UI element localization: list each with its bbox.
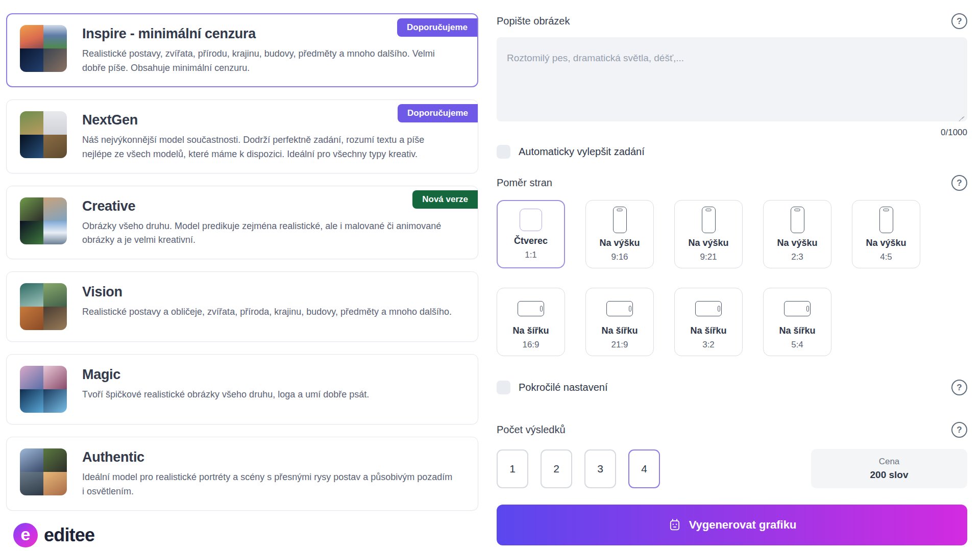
aspect-name: Na výšku (866, 238, 906, 248)
aspect-ratio: 1:1 (525, 250, 537, 260)
price-box: Cena 200 slov (811, 449, 967, 488)
thumb-quad (43, 283, 67, 307)
advanced-settings-label: Pokročilé nastavení (519, 382, 608, 393)
thumb-quad (43, 366, 67, 389)
square-icon (520, 209, 542, 231)
thumb-quad (43, 448, 67, 472)
phone-landscape-icon (784, 301, 811, 316)
aspect-option-9-21[interactable]: Na výšku 9:21 (674, 200, 743, 268)
thumb-quad (43, 472, 67, 495)
aspect-option-21-9[interactable]: Na šířku 21:9 (585, 288, 654, 356)
model-description: Realistické postavy a obličeje, zvířata,… (82, 305, 455, 319)
aspect-ratio: 4:5 (880, 252, 892, 262)
phone-landscape-icon (518, 301, 544, 316)
help-icon[interactable]: ? (951, 13, 967, 29)
thumb-quad (20, 366, 43, 389)
thumb-quad (43, 25, 67, 48)
phone-landscape-icon (606, 301, 633, 316)
aspect-option-5-4[interactable]: Na šířku 5:4 (763, 288, 831, 356)
thumb-quad (43, 111, 67, 135)
advanced-settings-row: Pokročilé nastavení ? (497, 380, 967, 395)
thumb-quad (20, 389, 43, 413)
model-card-nextgen[interactable]: NextGen Náš nejvýkonnější model součastn… (6, 99, 478, 173)
thumb-quad (43, 48, 67, 72)
results-label: Počet výsledků (497, 424, 566, 436)
phone-portrait-icon (702, 207, 716, 233)
phone-portrait-icon (791, 207, 804, 233)
model-description: Realistické postavy, zvířata, přírodu, k… (82, 47, 455, 76)
model-list: Inspire - minimální cenzura Realistické … (6, 13, 478, 551)
model-description: Náš nejvýkonnější model součastnosti. Do… (82, 133, 455, 162)
aspect-option-4-5[interactable]: Na výšku 4:5 (852, 200, 920, 268)
aspect-option-16-9[interactable]: Na šířku 16:9 (497, 288, 565, 356)
brand-logo[interactable]: e editee (6, 523, 478, 547)
thumb-quad (43, 389, 67, 413)
prompt-field-wrap (497, 37, 967, 123)
auto-improve-label: Automaticky vylepšit zadání (519, 146, 645, 158)
thumb-quad (20, 25, 43, 48)
thumb-quad (20, 135, 43, 158)
advanced-settings-checkbox[interactable] (497, 381, 510, 394)
aspect-ratio: 5:4 (791, 340, 803, 350)
aspect-ratio: 16:9 (522, 340, 539, 350)
aspect-name: Na šířku (512, 325, 549, 336)
thumb-quad (20, 111, 43, 135)
aspect-option-2-3[interactable]: Na výšku 2:3 (763, 200, 831, 268)
aspect-ratio: 2:3 (791, 252, 803, 262)
thumb-quad (43, 307, 67, 330)
model-card-creative[interactable]: Creative Obrázky všeho druhu. Model pred… (6, 186, 478, 260)
price-label: Cena (879, 457, 900, 467)
thumb-quad (43, 221, 67, 244)
auto-improve-row: Automaticky vylepšit zadání (497, 145, 967, 159)
thumb-quad (20, 472, 43, 495)
model-card-magic[interactable]: Magic Tvoří špičkové realistické obrázky… (6, 354, 478, 424)
model-thumbnail (20, 25, 67, 72)
recommended-badge: Doporučujeme (398, 104, 478, 122)
app-root: Inspire - minimální cenzura Realistické … (0, 0, 980, 551)
aspect-option-9-16[interactable]: Na výšku 9:16 (585, 200, 654, 268)
aspect-option-1-1[interactable]: Čtverec 1:1 (497, 200, 565, 268)
thumb-quad (20, 48, 43, 72)
count-button-1[interactable]: 1 (497, 449, 528, 488)
model-title: Creative (82, 198, 464, 214)
help-icon[interactable]: ? (951, 422, 967, 438)
price-value: 200 slov (870, 469, 909, 481)
generation-panel: Popište obrázek ? 0/1000 Automaticky vyl… (497, 13, 967, 551)
model-thumbnail (20, 197, 67, 244)
aspect-name: Na výšku (777, 238, 817, 248)
aspect-option-3-2[interactable]: Na šířku 3:2 (674, 288, 743, 356)
count-button-4[interactable]: 4 (628, 449, 660, 488)
model-card-authentic[interactable]: Authentic Ideální model pro realistické … (6, 437, 478, 511)
aspect-name: Na šířku (690, 325, 726, 336)
char-counter: 0/1000 (497, 128, 967, 138)
help-icon[interactable]: ? (951, 175, 967, 191)
model-title: Authentic (82, 449, 464, 465)
prompt-label: Popište obrázek (497, 15, 570, 27)
model-body: Authentic Ideální model pro realistické … (82, 448, 464, 499)
aspect-ratio: 9:16 (611, 252, 628, 262)
model-thumbnail (20, 111, 67, 158)
phone-landscape-icon (695, 301, 722, 316)
editee-logo-icon: e (13, 523, 38, 547)
prompt-textarea[interactable] (497, 37, 967, 121)
aspect-name: Čtverec (514, 236, 548, 246)
thumb-quad (43, 135, 67, 158)
aspect-header: Poměr stran ? (497, 175, 967, 191)
count-button-3[interactable]: 3 (584, 449, 616, 488)
new-version-badge: Nová verze (412, 190, 478, 209)
model-description: Ideální model pro realistické portréty a… (82, 470, 455, 499)
model-card-inspire[interactable]: Inspire - minimální cenzura Realistické … (6, 13, 478, 87)
count-button-2[interactable]: 2 (541, 449, 572, 488)
model-description: Tvoří špičkové realistické obrázky všeho… (82, 388, 455, 402)
model-thumbnail (20, 366, 67, 413)
help-icon[interactable]: ? (951, 380, 967, 395)
model-card-vision[interactable]: Vision Realistické postavy a obličeje, z… (6, 271, 478, 342)
logo-text: editee (44, 524, 94, 546)
aspect-ratio: 9:21 (700, 252, 717, 262)
thumb-quad (20, 197, 43, 221)
results-count-group: 1 2 3 4 (497, 449, 660, 488)
aspect-ratio: 21:9 (611, 340, 628, 350)
generate-button[interactable]: Vygenerovat grafiku (497, 505, 967, 545)
model-body: Magic Tvoří špičkové realistické obrázky… (82, 366, 464, 402)
auto-improve-checkbox[interactable] (497, 145, 510, 159)
